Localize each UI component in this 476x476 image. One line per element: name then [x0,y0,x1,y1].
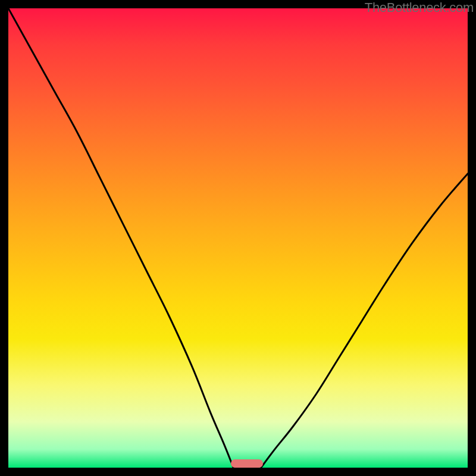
curve-left [8,8,233,468]
watermark-label: TheBottleneck.com [365,0,474,15]
curve-right [261,174,468,468]
bottleneck-curve [8,8,468,468]
optimal-range-marker [231,459,263,468]
chart-frame [8,8,468,468]
